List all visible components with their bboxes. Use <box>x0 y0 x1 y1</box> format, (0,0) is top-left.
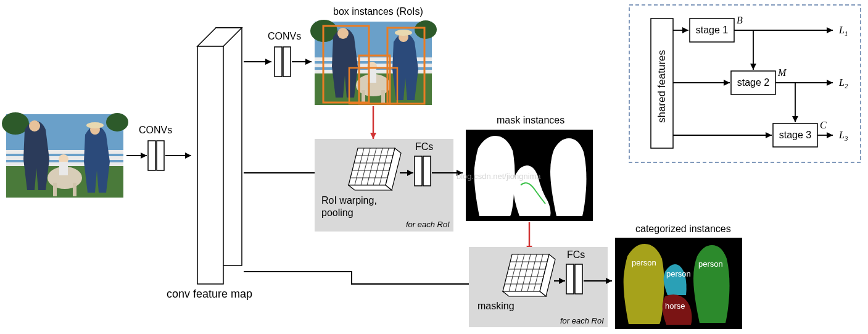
convs1-label: CONVs <box>139 125 172 136</box>
arrow <box>244 272 500 284</box>
watermark: blog.csdn.net/jiongnima <box>457 172 541 181</box>
convs2-label: CONVs <box>268 31 301 42</box>
categorized-image: person person person horse <box>615 238 742 329</box>
convs-block-1 <box>148 141 164 170</box>
svg-rect-53 <box>415 156 422 186</box>
svg-point-7 <box>29 120 40 132</box>
stage3-label: stage 3 <box>779 130 812 140</box>
svg-rect-10 <box>73 183 76 196</box>
svg-rect-12 <box>59 162 68 175</box>
categorized-instances-label: categorized instances <box>635 223 731 235</box>
roi-grid <box>349 148 401 190</box>
label-person1: person <box>632 258 656 267</box>
svg-point-29 <box>337 28 349 39</box>
label-person2: person <box>666 269 691 278</box>
svg-marker-43 <box>349 185 392 190</box>
C-label: C <box>820 120 827 131</box>
svg-rect-68 <box>566 264 574 294</box>
B-label: B <box>737 15 743 26</box>
masking-label: masking <box>477 301 515 312</box>
L3-label: L3 <box>839 130 848 142</box>
svg-rect-69 <box>575 264 582 294</box>
input-image <box>2 112 128 198</box>
label-horse: horse <box>665 301 685 311</box>
fcs1-label: FCs <box>415 141 433 152</box>
svg-point-14 <box>86 122 104 128</box>
svg-rect-16 <box>157 141 164 170</box>
arrow <box>734 30 753 70</box>
svg-rect-32 <box>381 90 385 104</box>
roi-pooling-label: pooling <box>321 207 353 219</box>
svg-point-36 <box>395 30 412 36</box>
rois-image <box>310 20 437 105</box>
svg-point-28 <box>415 20 437 39</box>
svg-rect-20 <box>275 47 282 77</box>
L2-label: L2 <box>839 77 848 90</box>
mask-instances-label: mask instances <box>497 115 564 126</box>
convs-block-2 <box>275 47 291 77</box>
shared-features-label: shared features <box>656 50 668 123</box>
architecture-diagram: person person person horse shared featur… <box>0 0 868 334</box>
svg-point-6 <box>106 113 128 132</box>
conv-feature-map-label: conv feature map <box>167 288 252 301</box>
svg-rect-9 <box>53 183 57 196</box>
masking-grid <box>503 254 555 296</box>
M-label: M <box>778 67 786 78</box>
stage2-label: stage 2 <box>737 77 770 88</box>
for-each-roi-1: for each RoI <box>406 220 450 229</box>
stage1-label: stage 1 <box>696 25 729 35</box>
svg-rect-15 <box>148 141 155 170</box>
svg-rect-54 <box>423 156 431 186</box>
fcs2-label: FCs <box>567 249 585 261</box>
svg-rect-21 <box>283 47 291 77</box>
arrow <box>775 83 795 122</box>
svg-marker-19 <box>197 46 223 284</box>
conv-feature-map <box>197 28 242 284</box>
L1-label: L1 <box>839 25 848 37</box>
roi-warping-label: RoI warping, <box>321 195 377 206</box>
box-instances-label: box instances (RoIs) <box>333 6 423 17</box>
for-each-roi-2: for each RoI <box>560 316 604 325</box>
label-person3: person <box>698 259 723 269</box>
svg-marker-58 <box>503 291 546 296</box>
